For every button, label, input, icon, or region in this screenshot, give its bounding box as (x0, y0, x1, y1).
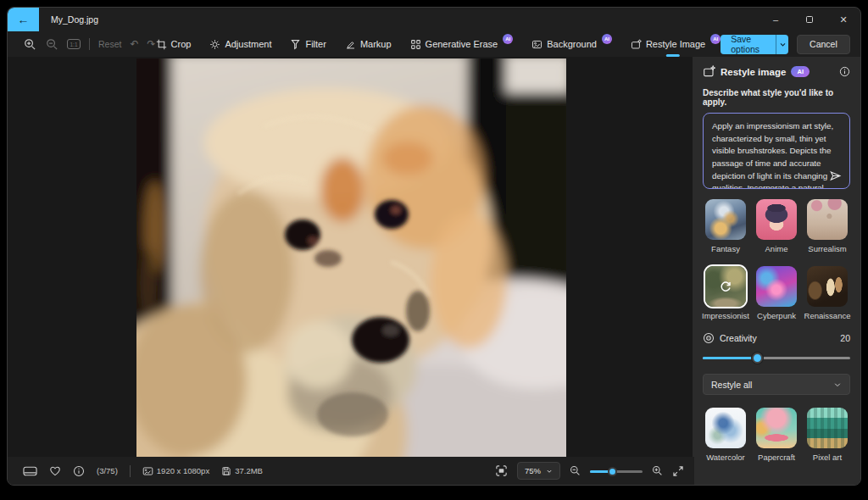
restyle-image-icon (631, 39, 642, 50)
style-impressionist-selected[interactable]: Impressionist (703, 266, 748, 320)
creativity-row: Creativity 20 (703, 332, 850, 344)
magnifier-minus-icon (570, 465, 581, 476)
send-icon (829, 169, 842, 182)
zoom-in-button[interactable] (23, 37, 36, 51)
tab-label: Crop (171, 39, 192, 49)
photo-counter: (3/75) (97, 466, 118, 475)
style-watercolor-thumbnail (705, 408, 746, 448)
style-pixel-art[interactable]: Pixel art (804, 408, 850, 462)
style-surrealism[interactable]: Surrealism (804, 199, 850, 253)
zoom-slider[interactable] (590, 466, 643, 476)
zoom-slider-thumb[interactable] (608, 467, 617, 476)
close-button[interactable]: ✕ (826, 8, 860, 31)
creativity-slider[interactable] (703, 353, 850, 363)
toolbar: 1:1 Reset ↶ ↷ Crop Adjustment Filter Mar (8, 31, 860, 57)
commit-actions: Save options Cancel (721, 35, 850, 54)
statusbar-separator (130, 465, 131, 477)
save-options-button[interactable]: Save options (721, 35, 776, 54)
style-label: Pixel art (813, 453, 842, 462)
filter-funnel-icon (290, 39, 301, 50)
info-circle-icon (73, 465, 85, 477)
one-to-one-icon: 1:1 (67, 39, 81, 49)
style-anime-thumbnail (756, 199, 797, 240)
tab-crop[interactable]: Crop (156, 31, 192, 57)
close-icon: ✕ (839, 14, 847, 25)
tab-label: Background (547, 39, 597, 49)
regenerate-overlay[interactable] (705, 266, 746, 307)
style-label: Cyberpunk (757, 311, 796, 320)
style-watercolor[interactable]: Watercolor (703, 408, 748, 462)
style-impressionist-thumbnail (705, 266, 746, 307)
style-papercraft-thumbnail (756, 408, 797, 448)
generative-erase-icon (410, 39, 421, 50)
back-button[interactable]: ← (8, 8, 39, 31)
image-dimensions: 1920 x 1080px (142, 466, 209, 476)
file-size: 37.2MB (221, 466, 263, 476)
favorite-button[interactable] (49, 465, 61, 477)
filesize-text: 37.2MB (235, 466, 263, 475)
cancel-button[interactable]: Cancel (797, 35, 850, 54)
tab-restyle-image[interactable]: Restyle Image AI (631, 31, 721, 57)
expand-icon (672, 465, 684, 477)
style-fantasy[interactable]: Fantasy (703, 199, 748, 253)
titlebar: ← My_Dog.jpg – ✕ (8, 8, 860, 31)
fit-to-window-button[interactable] (495, 464, 508, 477)
tab-label: Restyle Image (646, 39, 705, 49)
style-prompt-input[interactable]: Apply an impressionism art style, charac… (704, 114, 849, 188)
reset-button[interactable]: Reset (98, 39, 121, 49)
save-options-dropdown-button[interactable] (776, 35, 788, 54)
style-label: Renaissance (804, 311, 851, 320)
redo-button[interactable]: ↷ (147, 39, 156, 49)
style-label: Fantasy (711, 244, 740, 253)
dimensions-text: 1920 x 1080px (157, 466, 209, 475)
style-presets-row-2: Impressionist Cyberpunk Renaissance (703, 266, 850, 320)
window-title: My_Dog.jpg (51, 14, 98, 25)
file-info-button[interactable] (73, 465, 85, 477)
zoom-out-icon (46, 38, 58, 51)
style-label: Papercraft (758, 453, 795, 462)
restyle-panel: Restyle image AI Describe what style you… (693, 57, 860, 485)
chevron-down-icon (833, 381, 842, 389)
maximize-button[interactable] (793, 8, 826, 31)
ai-badge: AI (710, 34, 721, 44)
panel-title: Restyle image (721, 67, 786, 77)
style-cyberpunk[interactable]: Cyberpunk (754, 266, 799, 320)
style-fantasy-thumbnail (705, 199, 746, 240)
tab-label: Filter (305, 39, 326, 49)
zoom-out-button[interactable] (570, 465, 581, 476)
adjustment-sun-icon (209, 39, 220, 50)
style-presets-row-3: Watercolor Papercraft Pixel art (703, 408, 850, 462)
style-papercraft[interactable]: Papercraft (754, 408, 799, 462)
zoom-out-button[interactable] (45, 37, 58, 51)
tab-generative-erase[interactable]: Generative Erase AI (410, 31, 514, 57)
edited-photo-dog (136, 58, 566, 461)
style-surrealism-thumbnail (807, 199, 848, 240)
tab-markup[interactable]: Markup (345, 31, 392, 57)
tab-label: Adjustment (225, 39, 271, 49)
actual-size-button[interactable]: 1:1 (67, 37, 81, 51)
tab-adjustment[interactable]: Adjustment (209, 31, 271, 57)
restyle-scope-dropdown[interactable]: Restyle all (703, 374, 850, 395)
creativity-label: Creativity (720, 333, 757, 343)
style-anime[interactable]: Anime (754, 199, 799, 253)
zoom-percent-dropdown[interactable]: 75% (517, 462, 560, 480)
photos-app-window: ← My_Dog.jpg – ✕ 1:1 Reset ↶ ↷ (7, 7, 861, 486)
ai-badge: AI (602, 34, 612, 44)
minimize-icon: – (773, 14, 778, 25)
redo-icon: ↷ (147, 38, 156, 50)
info-button[interactable] (839, 66, 850, 77)
chevron-down-icon (779, 41, 787, 48)
tab-filter[interactable]: Filter (290, 31, 326, 57)
style-renaissance[interactable]: Renaissance (804, 266, 850, 320)
tab-background[interactable]: Background AI (531, 31, 612, 57)
save-options-split-button: Save options (721, 35, 788, 54)
minimize-button[interactable]: – (759, 8, 793, 31)
filmstrip-toggle-button[interactable] (23, 465, 37, 477)
zoom-in-button[interactable] (652, 465, 663, 476)
undo-button[interactable]: ↶ (130, 39, 138, 49)
slider-thumb[interactable] (752, 353, 763, 364)
maximize-icon (806, 16, 813, 23)
fullscreen-button[interactable] (672, 465, 684, 477)
send-button[interactable] (829, 169, 842, 182)
ai-badge: AI (791, 66, 810, 77)
